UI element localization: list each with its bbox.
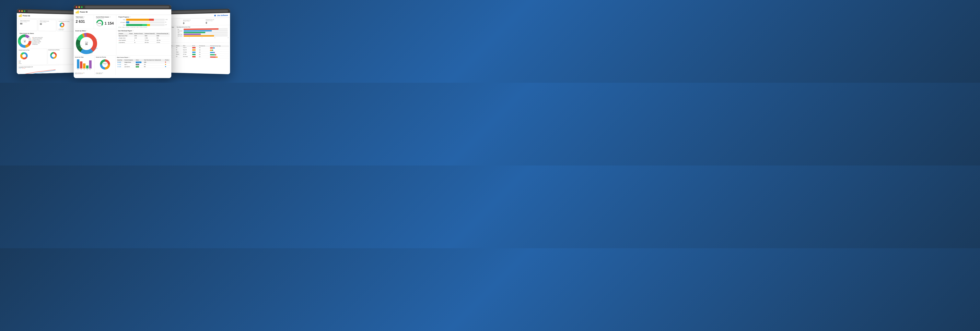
issues-type-title: Issues by Type (75, 57, 93, 58)
oi-row1-key: OI-1234 (117, 61, 124, 63)
svg-text:Total: Total (85, 41, 88, 43)
oi-row2-priority (164, 63, 170, 65)
scene-container: Power BI Total Created Issues Number of … (11, 3, 234, 80)
svg-text:18.96%: 18.96% (76, 46, 79, 47)
col-project: Project (129, 33, 134, 35)
oi-row3-time: 88h (143, 65, 164, 68)
left-stat-val-2: 32 (40, 22, 54, 25)
row2-assignee: ■ Angela Jones (118, 37, 129, 39)
roi-r1-type (210, 47, 229, 49)
center-titlebar (74, 5, 171, 10)
left-open-issues-section: Open Issues by Status (17, 32, 76, 48)
center-close-icon[interactable] (76, 6, 77, 8)
row3-orig: 775-21m (144, 39, 156, 41)
roi-r4-priority (192, 53, 199, 55)
left-charts-grid: Created Issues by Type ■ Story ■ Task ■ … (17, 48, 76, 74)
priority-color-block (192, 51, 196, 53)
done-percent-donut-icon: 43.88% (96, 19, 103, 27)
inprogress-value: 80 (165, 22, 169, 23)
time-bar-bug-label: Bug (178, 29, 183, 30)
row2-issues: 1 404 (134, 37, 144, 39)
open-issues-report-info-icon: ⓘ (129, 57, 130, 59)
right-addressbar[interactable] (169, 10, 228, 13)
table-row: ■ Igor Zapolitski 8 775-21m 435-43m (118, 39, 170, 41)
center-minimize-icon[interactable] (78, 6, 80, 8)
svg-text:Late: Late (84, 69, 85, 70)
roi-r5-category: Dev (176, 55, 183, 57)
done-issues-sublabel: Number of Issues (96, 18, 114, 19)
left-open-issues-title: Open Issues by Status (18, 32, 75, 35)
svg-text:20.90%: 20.90% (93, 49, 96, 50)
center-issues-by-type: Issues by Type Imp. Task Late Bug New. (74, 56, 95, 75)
time-bar-task-fill (183, 32, 205, 33)
left-open-issues-legend: ■ Per-Issues change (9.5%) ■ Waiting sup… (32, 37, 43, 45)
roi-r1-priority (192, 47, 199, 49)
oi-row3-assignee: Igorsademic (124, 65, 135, 68)
center-done-issues-card: Current Done Issues ⓘ Number of Issues 4… (94, 15, 116, 29)
project-progress-header: Project Progress ⓘ (118, 16, 169, 18)
total-issues-info-icon: ⓘ (84, 16, 85, 18)
priority-icon (165, 66, 166, 67)
oi-row2-assignee: Igor Z. (124, 63, 135, 65)
svg-text:New...: New... (89, 69, 91, 70)
time-bar-task-track (183, 32, 228, 33)
type-bar (215, 54, 216, 55)
done-issues-label: Current Done Issues (96, 16, 109, 18)
type-bar (210, 56, 216, 57)
todo-bar (126, 19, 165, 21)
done-value: 674 (165, 24, 169, 25)
center-browser-window: Power BI Total Issues ⓘ Number of Issues… (74, 5, 171, 78)
created-type-legend: ■ Story ■ Task ■ Bug ■ Feature (19, 60, 46, 64)
svg-rect-55 (77, 59, 80, 68)
roi-r3-category: Design (176, 51, 183, 53)
left-cumulative-chart: Cumulative Total Created vs Cl ■ Closed … (18, 65, 75, 74)
time-bar-feature: New Feature (178, 35, 228, 36)
maximize-icon[interactable] (24, 10, 25, 12)
svg-rect-59 (89, 60, 92, 68)
total-issues-header: Total Issues ⓘ (76, 16, 92, 18)
roi-r2-name: Bug Fix B (183, 49, 192, 51)
left-stat-total-created: Total Created Issues Number of Issues 80 (18, 19, 37, 31)
created-type-pie-icon (19, 51, 30, 60)
row4-rem: 273-5m (156, 41, 170, 43)
roi-r5-time: 91h (199, 55, 210, 58)
roi-r5-priority (192, 55, 199, 58)
svg-rect-30 (78, 11, 79, 13)
row1-issues: 1 471 (134, 35, 144, 37)
roi-col-name: Name (183, 45, 192, 47)
row1-project (129, 35, 134, 37)
row1-orig: 42.3h (144, 35, 156, 37)
right-sprint-val: 0 (183, 21, 205, 24)
oi-row2-status: To Do (135, 63, 143, 65)
axis-40: 40 (228, 37, 229, 38)
left-stat-val-1: 80 (20, 22, 36, 25)
workload-label: User Workload Report (118, 30, 132, 32)
center-addressbar[interactable] (85, 6, 169, 8)
issues-status-donut-icon: Total 3K Open 39.57% Done display In Pro… (75, 32, 98, 55)
left-addressbar[interactable] (27, 10, 75, 13)
close-icon[interactable] (19, 10, 20, 12)
done-issues-val-block: 1 154 (105, 21, 114, 25)
issues-status-label: Issues by Status (75, 30, 86, 32)
svg-text:43.88%: 43.88% (98, 23, 102, 24)
roi-col-priority: Priority (192, 45, 199, 47)
center-open-issues-report: Open Issues Report ⓘ Issue Key Current A… (116, 56, 171, 75)
progress-legend: ■ Closed ■ display ■ In Progress ■ my-op… (118, 27, 169, 28)
roi-r3-name: UI Update (183, 51, 192, 53)
issues-status-info-icon: ⓘ (86, 30, 87, 32)
svg-text:Open: Open (94, 37, 96, 39)
roi-col-category: Category (176, 45, 183, 47)
center-maximize-icon[interactable] (81, 6, 83, 8)
status-badge: To Do (136, 64, 139, 65)
svg-text:Closed: Closed (89, 52, 93, 53)
center-content: Power BI Total Issues ⓘ Number of Issues… (74, 10, 171, 78)
oi-row2-key: OI-1235 (117, 63, 124, 65)
roi-r1-name: Feature A (183, 47, 192, 49)
done-issues-donut: 43.88% (96, 19, 103, 28)
type-bars (210, 47, 229, 48)
row4-issues: 16 (134, 41, 144, 43)
time-bar-internal-label: Internal Task (178, 34, 183, 35)
time-bar-internal-fill (183, 33, 201, 35)
minimize-icon[interactable] (21, 10, 23, 12)
time-axis-labels: 0 10 20 30 40 (177, 37, 229, 38)
